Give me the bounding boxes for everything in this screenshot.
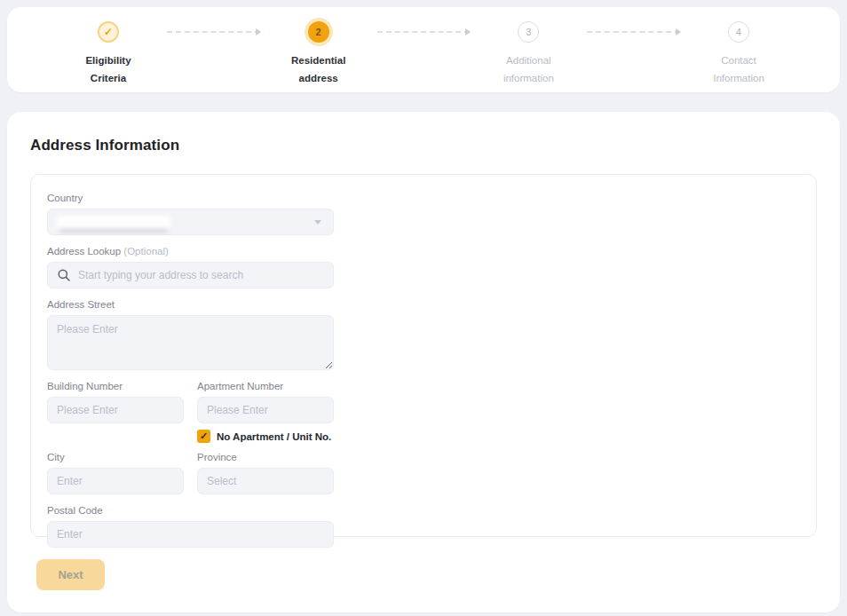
address-lookup-field-group: Address Lookup (Optional): [47, 246, 334, 288]
caret-down-icon: [314, 220, 321, 225]
page-title: Address Information: [30, 137, 817, 154]
province-label: Province: [197, 452, 334, 462]
country-field-group: Country: [47, 193, 334, 235]
step-label: Contact Information: [713, 51, 764, 87]
no-apartment-checkbox[interactable]: ✓: [197, 430, 210, 443]
step-connector-arrow: [377, 31, 471, 33]
city-input[interactable]: [47, 468, 184, 494]
address-street-textarea[interactable]: [47, 315, 334, 370]
postal-code-label: Postal Code: [47, 505, 334, 516]
step-connector-arrow: [587, 31, 680, 33]
step-residential-address[interactable]: 2 Residential address: [260, 21, 377, 87]
step-number-badge: 4: [728, 21, 749, 43]
step-label: Additional information: [503, 51, 554, 87]
step-number-badge: 2: [308, 21, 329, 43]
country-label: Country: [47, 193, 334, 203]
city-label: City: [47, 452, 184, 462]
step-label: Eligibility Criteria: [85, 51, 131, 87]
address-form-panel: Country Address Lookup (Optional) Add: [30, 174, 817, 537]
step-additional-information[interactable]: 3 Additional information: [470, 21, 587, 87]
building-number-label: Building Number: [47, 381, 184, 391]
address-street-label: Address Street: [47, 299, 334, 310]
building-number-field-group: Building Number: [47, 381, 184, 452]
building-apartment-row: Building Number Apartment Number ✓ No Ap…: [47, 381, 334, 452]
optional-tag: (Optional): [123, 246, 169, 257]
city-field-group: City: [47, 452, 184, 494]
postal-code-input[interactable]: [47, 521, 334, 548]
stepper-card: ✓ Eligibility Criteria 2 Residential add…: [7, 7, 840, 92]
city-province-row: City Province: [47, 452, 334, 494]
apartment-number-field-group: Apartment Number ✓ No Apartment / Unit N…: [197, 381, 334, 452]
country-redacted-value: [57, 216, 170, 229]
search-icon: [57, 268, 71, 282]
no-apartment-checkbox-row: ✓ No Apartment / Unit No.: [197, 430, 334, 443]
postal-code-field-group: Postal Code: [47, 505, 334, 548]
step-contact-information[interactable]: 4 Contact Information: [680, 21, 797, 87]
apartment-number-input[interactable]: [197, 397, 334, 423]
step-number-badge: 3: [518, 21, 539, 43]
apartment-number-label: Apartment Number: [197, 381, 334, 391]
building-number-input[interactable]: [47, 397, 184, 423]
step-eligibility-criteria[interactable]: ✓ Eligibility Criteria: [50, 21, 167, 87]
step-label: Residential address: [291, 51, 345, 87]
next-button[interactable]: Next: [36, 559, 105, 590]
no-apartment-checkbox-label[interactable]: No Apartment / Unit No.: [217, 431, 331, 442]
address-street-field-group: Address Street: [47, 299, 334, 370]
address-information-card: Address Information Country Address Look…: [7, 112, 840, 612]
province-select[interactable]: [197, 468, 334, 494]
country-select[interactable]: [47, 209, 334, 235]
province-field-group: Province: [197, 452, 334, 494]
address-lookup-input[interactable]: [47, 262, 334, 288]
step-connector-arrow: [167, 31, 260, 33]
stepper: ✓ Eligibility Criteria 2 Residential add…: [50, 21, 797, 87]
check-icon: ✓: [98, 21, 119, 43]
address-lookup-label: Address Lookup (Optional): [47, 246, 334, 257]
